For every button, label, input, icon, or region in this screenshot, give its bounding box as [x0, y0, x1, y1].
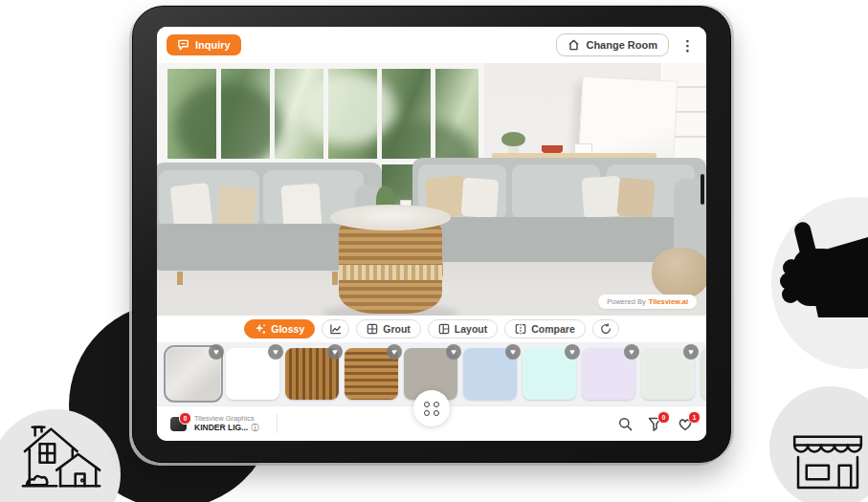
favorite-heart-icon[interactable]: ♥ [683, 344, 699, 360]
selected-tile-label: KINDER LIG... [194, 423, 248, 433]
grid-dots-icon [424, 402, 440, 416]
inquiry-label: Inquiry [195, 39, 231, 51]
brand-group: 0 Tilesview Graphics KINDER LIG... ⓘ [170, 414, 278, 433]
home-icon [568, 39, 580, 51]
grid-icon [367, 323, 378, 335]
tile-size-button[interactable] [322, 319, 349, 338]
tablet-device-frame: Inquiry Change Room ⋮ [132, 6, 731, 463]
layout-label: Layout [455, 323, 487, 335]
rattan-coffee-table [330, 205, 451, 316]
sparkle-icon [255, 323, 266, 335]
tile-swatch-pale-lavender[interactable]: ♥ [582, 348, 635, 400]
tile-swatch-plain-white[interactable]: ♥ [226, 348, 279, 400]
favorite-heart-icon[interactable]: ♥ [209, 344, 224, 360]
change-room-label: Change Room [586, 39, 657, 51]
layout-button[interactable]: Layout [428, 319, 498, 338]
app-screen: Inquiry Change Room ⋮ [157, 27, 706, 441]
filter-count-badge: 0 [657, 411, 670, 424]
favorite-heart-icon[interactable]: ♥ [565, 344, 580, 360]
store-line-icon [789, 432, 867, 490]
tilesview-brand: Tilesview.ai [649, 297, 688, 306]
all-tiles-fab-button[interactable] [413, 390, 450, 426]
top-bar: Inquiry Change Room ⋮ [157, 27, 706, 63]
search-button[interactable] [618, 417, 633, 431]
tile-swatch-wood-planks-horizontal[interactable]: ♥ [345, 348, 398, 400]
brand-lines: Tilesview Graphics KINDER LIG... ⓘ [194, 414, 259, 433]
favorite-heart-icon[interactable]: ♥ [505, 344, 521, 360]
selected-tile-name[interactable]: KINDER LIG... ⓘ [194, 423, 259, 433]
top-bar-right: Change Room ⋮ [556, 33, 697, 56]
table-weave-band [339, 265, 443, 280]
hand-silhouette [759, 220, 868, 319]
bottom-bar: 0 Tilesview Graphics KINDER LIG... ⓘ [157, 405, 706, 441]
visualizer-toolbar: Glossy Grout [157, 316, 706, 342]
powered-by-text: Powered By [607, 297, 645, 306]
compare-label: Compare [531, 323, 575, 335]
powered-by-watermark: Powered By Tilesview.ai [598, 295, 697, 309]
logo-count-badge: 0 [179, 412, 191, 425]
pillow-beige [616, 178, 655, 219]
tile-swatch-grey-marble[interactable]: ♥ [167, 348, 220, 400]
favorite-heart-icon[interactable]: ♥ [446, 344, 461, 360]
brand-name: Tilesview Graphics [194, 414, 259, 423]
compare-button[interactable]: Compare [504, 319, 586, 338]
inquiry-chat-icon [177, 39, 189, 51]
favorite-heart-icon[interactable]: ♥ [268, 344, 283, 360]
finish-label: Glossy [271, 323, 304, 335]
room-visualizer: Powered By Tilesview.ai [157, 63, 706, 316]
plant [501, 132, 524, 153]
divider [277, 414, 278, 433]
table-top [330, 205, 451, 230]
house-line-icon [21, 421, 105, 490]
finish-glossy-button[interactable]: Glossy [244, 319, 315, 338]
layout-icon [438, 323, 450, 335]
tile-swatch-wood-planks-vertical[interactable]: ♥ [285, 348, 339, 400]
size-chart-icon [329, 323, 342, 335]
inquiry-button[interactable]: Inquiry [167, 34, 241, 55]
tile-swatch-off-white[interactable]: ♥ [641, 348, 695, 400]
side-drawer-handle[interactable] [701, 174, 704, 205]
plant-pot [508, 146, 519, 153]
info-icon[interactable]: ⓘ [251, 423, 259, 433]
reset-refresh-button[interactable] [592, 319, 619, 338]
favorite-heart-icon[interactable]: ♥ [387, 344, 402, 360]
bottom-bar-actions: 0 1 [618, 417, 693, 431]
filter-button[interactable]: 0 [648, 417, 662, 431]
company-logo[interactable]: 0 [170, 417, 187, 431]
wishlist-button[interactable]: 1 [678, 417, 693, 431]
knitted-pouf [652, 248, 706, 298]
compare-icon [515, 323, 526, 335]
sofa-leg [177, 272, 183, 285]
plant-leaves [501, 132, 524, 146]
pillow-white [461, 178, 500, 218]
tile-swatch-pale-cyan[interactable]: ♥ [523, 348, 576, 400]
change-room-button[interactable]: Change Room [556, 33, 669, 56]
kebab-menu-icon[interactable]: ⋮ [679, 38, 697, 53]
grout-button[interactable]: Grout [356, 319, 421, 338]
tile-swatch-pale-green[interactable]: ♥ [701, 348, 706, 400]
favorite-heart-icon[interactable]: ♥ [624, 344, 639, 360]
grout-label: Grout [383, 323, 411, 335]
favorite-heart-icon[interactable]: ♥ [327, 344, 343, 360]
wishlist-count-badge: 1 [688, 411, 701, 424]
tile-swatch-powder-blue[interactable]: ♥ [463, 348, 517, 400]
refresh-icon [600, 323, 612, 335]
